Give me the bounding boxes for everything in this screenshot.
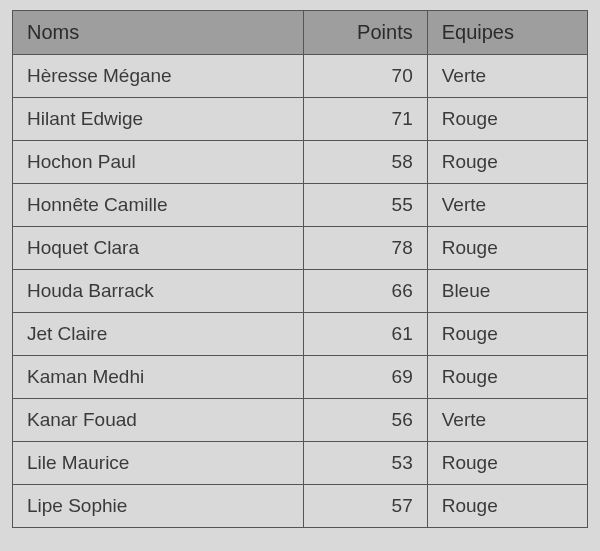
table-row: Honnête Camille 55 Verte [13, 184, 588, 227]
cell-points: 55 [303, 184, 427, 227]
cell-team: Verte [427, 55, 587, 98]
table-row: Kaman Medhi 69 Rouge [13, 356, 588, 399]
table-header-row: Noms Points Equipes [13, 11, 588, 55]
header-points: Points [303, 11, 427, 55]
cell-points: 57 [303, 485, 427, 528]
cell-name: Hèresse Mégane [13, 55, 304, 98]
scores-table: Noms Points Equipes Hèresse Mégane 70 Ve… [12, 10, 588, 528]
cell-team: Rouge [427, 313, 587, 356]
table-row: Hochon Paul 58 Rouge [13, 141, 588, 184]
cell-name: Hochon Paul [13, 141, 304, 184]
cell-team: Rouge [427, 141, 587, 184]
cell-name: Houda Barrack [13, 270, 304, 313]
table-container: Noms Points Equipes Hèresse Mégane 70 Ve… [0, 0, 600, 528]
table-row: Lipe Sophie 57 Rouge [13, 485, 588, 528]
table-row: Hèresse Mégane 70 Verte [13, 55, 588, 98]
cell-points: 66 [303, 270, 427, 313]
cell-team: Rouge [427, 485, 587, 528]
cell-name: Kanar Fouad [13, 399, 304, 442]
cell-team: Rouge [427, 227, 587, 270]
table-row: Jet Claire 61 Rouge [13, 313, 588, 356]
cell-team: Rouge [427, 98, 587, 141]
header-name: Noms [13, 11, 304, 55]
cell-name: Lile Maurice [13, 442, 304, 485]
cell-name: Jet Claire [13, 313, 304, 356]
header-team: Equipes [427, 11, 587, 55]
cell-points: 56 [303, 399, 427, 442]
cell-points: 69 [303, 356, 427, 399]
cell-points: 61 [303, 313, 427, 356]
cell-name: Lipe Sophie [13, 485, 304, 528]
cell-points: 71 [303, 98, 427, 141]
table-row: Kanar Fouad 56 Verte [13, 399, 588, 442]
cell-team: Verte [427, 184, 587, 227]
cell-points: 53 [303, 442, 427, 485]
table-row: Houda Barrack 66 Bleue [13, 270, 588, 313]
cell-name: Hoquet Clara [13, 227, 304, 270]
cell-name: Honnête Camille [13, 184, 304, 227]
table-row: Hoquet Clara 78 Rouge [13, 227, 588, 270]
cell-team: Rouge [427, 442, 587, 485]
table-row: Hilant Edwige 71 Rouge [13, 98, 588, 141]
cell-team: Rouge [427, 356, 587, 399]
cell-name: Kaman Medhi [13, 356, 304, 399]
cell-team: Bleue [427, 270, 587, 313]
cell-name: Hilant Edwige [13, 98, 304, 141]
cell-points: 78 [303, 227, 427, 270]
cell-points: 58 [303, 141, 427, 184]
table-row: Lile Maurice 53 Rouge [13, 442, 588, 485]
cell-team: Verte [427, 399, 587, 442]
cell-points: 70 [303, 55, 427, 98]
